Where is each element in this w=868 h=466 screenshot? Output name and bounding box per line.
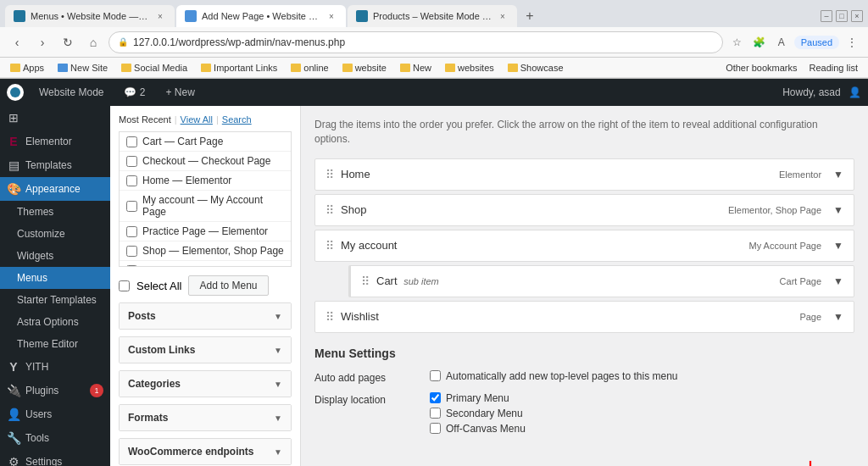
page-checkbox-practice[interactable] — [126, 226, 137, 237]
auto-add-checkbox[interactable] — [430, 370, 441, 381]
sidebar-item-plugins-label: Plugins — [25, 385, 58, 397]
filter-most-recent[interactable]: Most Recent — [119, 114, 171, 125]
accordion-formats-chevron: ▼ — [274, 413, 282, 423]
extensions-icon[interactable]: 🧩 — [750, 33, 769, 52]
menu-item-home-handle[interactable]: ⠿ — [326, 168, 334, 181]
tab-menus[interactable]: Menus • Website Mode — Word… × — [5, 5, 175, 27]
menu-item-wishlist-handle[interactable]: ⠿ — [326, 310, 334, 324]
bookmark-other[interactable]: Other bookmarks — [722, 62, 800, 74]
close-button[interactable]: × — [851, 10, 863, 22]
sidebar-item-customize[interactable]: Customize — [0, 223, 110, 245]
plugins-icon: 🔌 — [7, 384, 20, 397]
bookmark-apps[interactable]: Apps — [7, 62, 47, 74]
reload-button[interactable]: ↻ — [58, 32, 78, 53]
sidebar-item-themes[interactable]: Themes — [0, 201, 110, 223]
sidebar-item-yith[interactable]: Y YITH — [0, 355, 110, 379]
menu-item-shop-type: Elementor, Shop Page — [728, 205, 821, 215]
wp-logo — [7, 84, 24, 101]
bookmark-new[interactable]: New — [397, 62, 435, 74]
sidebar-item-templates[interactable]: ▤ Templates — [0, 153, 110, 177]
wp-admin-bar: Website Mode 💬 2 + New Howdy, asad 👤 — [0, 79, 868, 106]
back-button[interactable]: ‹ — [7, 32, 27, 53]
off-canvas-menu-checkbox[interactable] — [430, 423, 441, 434]
select-all-checkbox[interactable] — [119, 280, 130, 291]
paused-button[interactable]: Paused — [794, 36, 839, 49]
forward-button[interactable]: › — [32, 32, 53, 53]
sidebar-item-widgets[interactable]: Widgets — [0, 245, 110, 267]
admin-bar-new[interactable]: + New — [161, 85, 200, 100]
primary-menu-checkbox[interactable] — [430, 392, 441, 403]
page-checkbox-shop[interactable] — [126, 246, 137, 257]
sidebar-item-tools[interactable]: 🔧 Tools — [0, 426, 110, 450]
bookmark-website[interactable]: website — [339, 62, 390, 74]
sidebar-item-settings[interactable]: ⚙ Settings — [0, 450, 110, 466]
menu-item-myaccount-toggle[interactable]: ▼ — [833, 240, 843, 252]
bookmark-socialmedia[interactable]: Social Media — [118, 62, 191, 74]
page-checkbox-myaccount[interactable] — [126, 201, 137, 212]
admin-bar-comments[interactable]: 💬 2 — [119, 85, 150, 100]
new-tab-button[interactable]: + — [519, 5, 541, 27]
wp-body: ⊞ E Elementor ▤ Templates 🎨 Appearance T… — [0, 106, 868, 466]
sidebar-item-theme-editor[interactable]: Theme Editor — [0, 333, 110, 355]
home-button[interactable]: ⌂ — [83, 32, 103, 53]
tab-add-page[interactable]: Add New Page • Website Mode … × — [176, 5, 346, 27]
tab-products[interactable]: Products – Website Mode … × — [348, 5, 517, 27]
bookmark-reading[interactable]: Reading list — [806, 62, 861, 74]
select-all-label: Select All — [136, 280, 181, 292]
accordion-woocommerce-header[interactable]: WooCommerce endpoints ▼ — [120, 439, 291, 464]
menu-item-shop-handle[interactable]: ⠿ — [326, 203, 334, 217]
sidebar-item-plugins[interactable]: 🔌 Plugins 1 — [0, 379, 110, 402]
sidebar-item-elementor[interactable]: E Elementor — [0, 130, 110, 153]
menu-item-cart-toggle[interactable]: ▼ — [833, 275, 843, 287]
accordion-formats-header[interactable]: Formats ▼ — [120, 405, 291, 430]
bookmark-importantlinks[interactable]: Important Links — [198, 62, 281, 74]
tab-close-prod[interactable]: × — [497, 10, 509, 22]
bookmark-newsite[interactable]: New Site — [54, 62, 111, 74]
tab-close-add[interactable]: × — [326, 10, 337, 22]
accordion-custom-links-header[interactable]: Custom Links ▼ — [120, 337, 291, 363]
menu-item-home-toggle[interactable]: ▼ — [833, 169, 843, 180]
menu-icon[interactable]: ⋮ — [843, 33, 861, 52]
tab-close-menus[interactable]: × — [154, 10, 166, 22]
avatar: 👤 — [849, 86, 861, 98]
sidebar-item-appearance[interactable]: 🎨 Appearance — [0, 177, 110, 201]
accordion-woocommerce-chevron: ▼ — [274, 447, 282, 457]
bookmark-online[interactable]: online — [287, 62, 331, 74]
add-to-menu-button[interactable]: Add to Menu — [188, 275, 268, 296]
sidebar-item-dashboard[interactable]: ⊞ — [0, 106, 110, 130]
maximize-button[interactable]: □ — [836, 10, 848, 22]
secondary-menu-checkbox[interactable] — [430, 408, 441, 419]
page-list-item-checkout: Checkout — Checkout Page — [120, 152, 291, 171]
sidebar-item-astra-options[interactable]: Astra Options — [0, 311, 110, 333]
menu-item-myaccount: ⠿ My account My Account Page ▼ — [314, 230, 854, 262]
address-bar[interactable]: 🔒 127.0.0.1/wordpress/wp-admin/nav-menus… — [108, 31, 723, 53]
menu-item-wishlist-toggle[interactable]: ▼ — [833, 311, 843, 323]
menu-item-shop-toggle[interactable]: ▼ — [833, 204, 843, 216]
menu-item-cart-handle[interactable]: ⠿ — [361, 275, 370, 288]
filter-view-all[interactable]: View All — [181, 114, 213, 125]
filter-search[interactable]: Search — [222, 114, 252, 125]
sidebar-item-menus[interactable]: Menus — [0, 267, 110, 289]
page-checkbox-wishlist[interactable] — [126, 265, 137, 268]
page-checkbox-checkout[interactable] — [126, 156, 137, 167]
page-label-practice: Practice Page — Elementor — [142, 225, 268, 237]
off-canvas-menu-label: Off-Canvas Menu — [446, 423, 526, 435]
accordion-categories-header[interactable]: Categories ▼ — [120, 371, 291, 397]
minimize-button[interactable]: – — [821, 10, 832, 22]
browser-controls: ‹ › ↻ ⌂ 🔒 127.0.0.1/wordpress/wp-admin/n… — [0, 27, 868, 58]
profile-icon[interactable]: A — [772, 33, 791, 52]
star-icon[interactable]: ☆ — [728, 33, 747, 52]
tab-label-prod: Products – Website Mode … — [373, 11, 492, 21]
bookmark-websites[interactable]: websites — [442, 62, 498, 74]
accordion-posts-header[interactable]: Posts ▼ — [120, 303, 291, 329]
sidebar-item-users[interactable]: 👤 Users — [0, 402, 110, 426]
bookmark-newsite-label: New Site — [70, 63, 108, 73]
bookmark-showcase[interactable]: Showcase — [504, 62, 567, 74]
wp-logo-inner — [10, 87, 20, 97]
sidebar-item-starter-templates[interactable]: Starter Templates — [0, 289, 110, 311]
menu-item-wishlist-type: Page — [799, 312, 821, 322]
page-checkbox-cart[interactable] — [126, 136, 137, 147]
page-checkbox-home[interactable] — [126, 175, 137, 186]
menu-item-myaccount-handle[interactable]: ⠿ — [326, 239, 334, 252]
admin-bar-site-name[interactable]: Website Mode — [34, 85, 108, 100]
